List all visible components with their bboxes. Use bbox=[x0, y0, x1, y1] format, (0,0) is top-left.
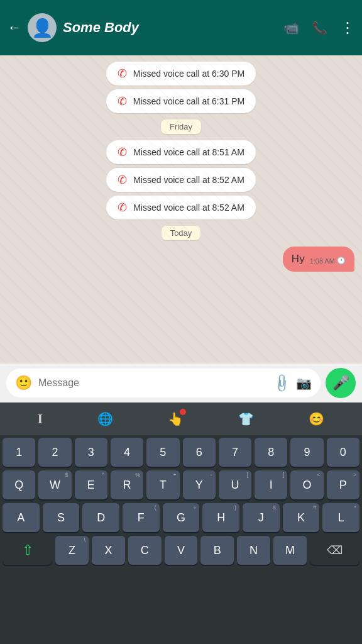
missed-call-3: ✆ Missed voice call at 8:51 AM bbox=[106, 140, 256, 164]
missed-call-2: ✆ Missed voice call at 6:31 PM bbox=[106, 89, 256, 113]
key-r[interactable]: %R bbox=[111, 470, 143, 499]
notification-dot bbox=[180, 409, 186, 415]
message-text: Hy bbox=[292, 253, 305, 265]
missed-call-text-2: Missed voice call at 6:31 PM bbox=[133, 96, 244, 106]
more-options-icon[interactable]: ⋮ bbox=[340, 19, 354, 36]
zxcv-row: ⇧ \Z X C V B N M ⌫ bbox=[3, 536, 359, 565]
key-o[interactable]: <O bbox=[290, 470, 323, 499]
key-a[interactable]: A bbox=[3, 503, 40, 532]
emoji-tool[interactable]: 😊 bbox=[309, 411, 324, 426]
keyboard: I 🌐 👆 👕 😊 1 2 3 4 5 6 7 8 9 0 Q $W ^E %R bbox=[0, 402, 362, 644]
key-p[interactable]: >P bbox=[327, 470, 359, 499]
key-8[interactable]: 8 bbox=[255, 438, 287, 467]
key-q[interactable]: Q bbox=[3, 470, 35, 499]
sent-message: Hy 1:08 AM 🕐 bbox=[283, 247, 354, 272]
key-6[interactable]: 6 bbox=[183, 438, 216, 467]
shift-key[interactable]: ⇧ bbox=[3, 536, 52, 565]
key-4[interactable]: 4 bbox=[111, 438, 143, 467]
missed-call-4: ✆ Missed voice call at 8:52 AM bbox=[106, 168, 256, 192]
keyboard-rows: 1 2 3 4 5 6 7 8 9 0 Q $W ^E %R +T -Y [U … bbox=[0, 435, 362, 567]
video-call-icon[interactable]: 📹 bbox=[283, 20, 299, 35]
key-2[interactable]: 2 bbox=[38, 438, 71, 467]
backspace-icon: ⌫ bbox=[327, 543, 343, 557]
qwerty-row: Q $W ^E %R +T -Y [U ]I <O >P bbox=[3, 470, 359, 499]
emoji-button[interactable]: 🙂 bbox=[15, 375, 32, 391]
key-j[interactable]: &J bbox=[243, 503, 280, 532]
number-row: 1 2 3 4 5 6 7 8 9 0 bbox=[3, 438, 359, 467]
key-m[interactable]: M bbox=[273, 536, 307, 565]
missed-call-icon-5: ✆ bbox=[118, 201, 127, 214]
key-9[interactable]: 9 bbox=[290, 438, 323, 467]
avatar-icon: 👤 bbox=[31, 18, 53, 38]
key-i[interactable]: ]I bbox=[255, 470, 287, 499]
day-divider-friday: Friday bbox=[161, 119, 201, 134]
key-z[interactable]: \Z bbox=[55, 536, 89, 565]
missed-call-icon-1: ✆ bbox=[118, 67, 127, 80]
cursor-tool[interactable]: I bbox=[38, 411, 43, 427]
key-e[interactable]: ^E bbox=[75, 470, 107, 499]
message-clock-icon: 🕐 bbox=[337, 257, 346, 265]
key-1[interactable]: 1 bbox=[3, 438, 35, 467]
message-time: 1:08 AM bbox=[310, 257, 335, 265]
message-input[interactable] bbox=[38, 377, 268, 389]
missed-call-text-3: Missed voice call at 8:51 AM bbox=[133, 147, 244, 157]
key-u[interactable]: [U bbox=[219, 470, 251, 499]
attach-button[interactable]: 📎 bbox=[271, 372, 293, 394]
avatar[interactable]: 👤 bbox=[28, 13, 57, 42]
key-g[interactable]: ÷G bbox=[163, 503, 200, 532]
voice-call-icon[interactable]: 📞 bbox=[312, 20, 327, 35]
key-0[interactable]: 0 bbox=[327, 438, 359, 467]
key-t[interactable]: +T bbox=[146, 470, 179, 499]
chat-area: ✆ Missed voice call at 6:30 PM ✆ Missed … bbox=[0, 55, 362, 364]
missed-call-text-4: Missed voice call at 8:52 AM bbox=[133, 175, 244, 185]
input-bar: 🙂 📎 📷 🎤 bbox=[0, 364, 362, 402]
backspace-key[interactable]: ⌫ bbox=[310, 536, 359, 565]
day-divider-today: Today bbox=[162, 226, 201, 240]
key-5[interactable]: 5 bbox=[146, 438, 179, 467]
key-l[interactable]: *L bbox=[322, 503, 359, 532]
chat-header: ← 👤 Some Body 📹 📞 ⋮ bbox=[0, 0, 362, 55]
missed-call-icon-2: ✆ bbox=[118, 94, 127, 108]
key-f[interactable]: (F bbox=[123, 503, 160, 532]
key-w[interactable]: $W bbox=[38, 470, 71, 499]
key-3[interactable]: 3 bbox=[75, 438, 107, 467]
key-7[interactable]: 7 bbox=[219, 438, 251, 467]
message-input-container[interactable]: 🙂 📎 📷 bbox=[6, 369, 321, 397]
key-b[interactable]: B bbox=[200, 536, 234, 565]
missed-call-5: ✆ Missed voice call at 8:52 AM bbox=[106, 196, 256, 219]
missed-call-text-1: Missed voice call at 6:30 PM bbox=[133, 69, 244, 79]
missed-call-1: ✆ Missed voice call at 6:30 PM bbox=[106, 62, 256, 86]
key-c[interactable]: C bbox=[128, 536, 162, 565]
key-y[interactable]: -Y bbox=[183, 470, 216, 499]
shift-icon: ⇧ bbox=[22, 542, 33, 558]
key-s[interactable]: S bbox=[43, 503, 80, 532]
key-x[interactable]: X bbox=[92, 536, 125, 565]
key-h[interactable]: )H bbox=[202, 503, 239, 532]
camera-button[interactable]: 📷 bbox=[296, 375, 312, 391]
header-actions: 📹 📞 ⋮ bbox=[283, 19, 354, 36]
message-meta: 1:08 AM 🕐 bbox=[310, 257, 346, 265]
keyboard-toolbar: I 🌐 👆 👕 😊 bbox=[0, 402, 362, 435]
asdf-row: A S D (F ÷G )H &J #K *L bbox=[3, 503, 359, 532]
key-n[interactable]: N bbox=[237, 536, 270, 565]
key-k[interactable]: #K bbox=[283, 503, 320, 532]
missed-call-text-5: Missed voice call at 8:52 AM bbox=[133, 203, 244, 213]
mic-button[interactable]: 🎤 bbox=[326, 368, 356, 398]
hand-tool[interactable]: 👆 bbox=[168, 411, 184, 426]
contact-name[interactable]: Some Body bbox=[63, 19, 277, 36]
missed-call-icon-3: ✆ bbox=[118, 145, 127, 159]
back-button[interactable]: ← bbox=[8, 19, 21, 36]
key-d[interactable]: D bbox=[82, 503, 119, 532]
key-v[interactable]: V bbox=[165, 536, 198, 565]
missed-call-icon-4: ✆ bbox=[118, 173, 127, 187]
globe-tool[interactable]: 🌐 bbox=[97, 411, 113, 426]
mic-icon: 🎤 bbox=[332, 375, 349, 391]
shirt-tool[interactable]: 👕 bbox=[238, 411, 254, 426]
